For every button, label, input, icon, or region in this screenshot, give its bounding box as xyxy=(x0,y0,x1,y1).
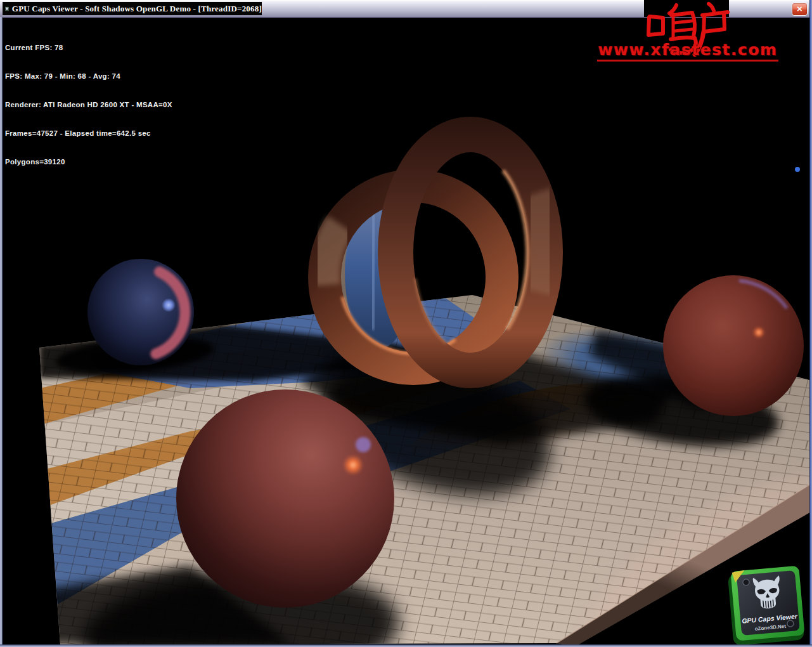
hud-fps-minmax: FPS: Max: 79 - Min: 68 - Avg: 74 xyxy=(5,72,172,81)
specular-highlight xyxy=(162,298,176,312)
right-red-sphere xyxy=(663,275,804,416)
hud-frames: Frames=47527 - Elapsed time=642.5 sec xyxy=(5,129,172,138)
window-title: GPU Caps Viewer - Soft Shadows OpenGL De… xyxy=(12,4,262,14)
specular-highlight xyxy=(753,327,764,338)
watermark-site-text: www.xfastest.com xyxy=(597,41,778,62)
hud-renderer: Renderer: ATI Radeon HD 2600 XT - MSAA=0… xyxy=(5,100,172,110)
large-red-sphere xyxy=(176,389,394,608)
close-button[interactable]: × xyxy=(792,3,808,16)
title-area: GPU Caps Viewer - Soft Shadows OpenGL De… xyxy=(3,2,262,15)
window-border-bottom xyxy=(0,644,812,647)
hud-polygons: Polygons=39120 xyxy=(5,157,172,167)
gpu-caps-viewer-logo: GPU Caps Viewer oZone3D.Net xyxy=(727,566,805,644)
specular-highlight xyxy=(343,455,363,475)
window-border-right xyxy=(809,0,812,647)
interlocked-marble-tori xyxy=(325,134,545,370)
blue-dot-artifact xyxy=(795,167,800,172)
stats-overlay: Current FPS: 78 FPS: Max: 79 - Min: 68 -… xyxy=(5,24,172,186)
window-border-left xyxy=(0,17,3,647)
opengl-viewport[interactable]: GPU Caps Viewer oZone3D.Net Current FPS:… xyxy=(3,18,809,644)
app-window: GPU Caps Viewer - Soft Shadows OpenGL De… xyxy=(0,0,812,647)
hud-current-fps: Current FPS: 78 xyxy=(5,43,172,53)
app-icon xyxy=(5,4,9,14)
blue-red-sphere xyxy=(87,259,194,365)
